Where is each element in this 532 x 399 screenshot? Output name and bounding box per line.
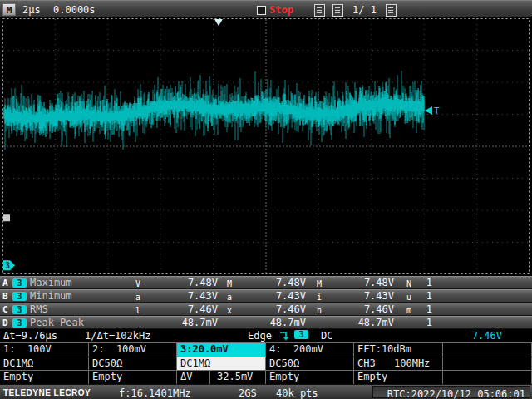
measure-min: 7.46V: [334, 304, 394, 315]
measure-value: 7.46V: [158, 304, 218, 315]
measure-min: 7.43V: [334, 291, 394, 302]
ch4-descriptor[interactable]: 4: 200mV: [266, 343, 354, 357]
fft-source[interactable]: CH3 100MHz: [354, 357, 443, 371]
falling-edge-icon: [279, 330, 291, 342]
ch3-descriptor[interactable]: 3:20.0mV: [177, 343, 266, 357]
measure-min: 7.48V: [334, 278, 394, 288]
measure-max: 48.7mV: [246, 318, 306, 328]
source-badge: 3: [12, 292, 27, 301]
measure-num: 1: [389, 318, 432, 328]
col-header-letter: M: [317, 278, 322, 289]
col-header-letter: a: [135, 292, 140, 303]
col-header-letter: M: [227, 278, 232, 289]
ch3-zero-label: 3: [5, 261, 10, 270]
trigger-summary-bar: Δt=9.76µs 1/Δt=102kHz Edge 3 DC 7.46V: [0, 329, 532, 342]
col-header-letter: i: [317, 292, 322, 303]
brand-logo: TELEDYNE LECROY: [3, 388, 91, 397]
status-bar: TELEDYNE LECROY f:16.1401MHz 2GS 40k pts…: [0, 384, 532, 399]
col-header-letter: V: [135, 278, 140, 289]
measure-label: RMS: [30, 304, 48, 315]
measure-label: Minimum: [30, 291, 72, 302]
cursor-inv-delta-t: 1/Δt=102kHz: [85, 330, 150, 342]
ch2-extra[interactable]: Empty: [89, 371, 177, 385]
ch3-delta-v[interactable]: ΔV 32.5mV: [177, 371, 266, 385]
empty-cell: [443, 371, 532, 385]
measure-label: Maximum: [30, 278, 72, 288]
ch1-coupling[interactable]: DC1MΩ: [0, 357, 89, 371]
clipboard-icon[interactable]: [386, 4, 397, 17]
measure-value: 48.7mV: [158, 318, 218, 328]
cursor-delta-t: Δt=9.76µs: [3, 330, 57, 342]
trigger-type[interactable]: Edge: [248, 330, 272, 342]
measure-max: 7.43V: [246, 291, 306, 302]
measure-value: 7.43V: [158, 291, 218, 302]
acquisition-status: Stop: [269, 4, 293, 16]
sample-rate: 2GS: [239, 387, 257, 399]
ch4-coupling[interactable]: DC50Ω: [266, 357, 354, 371]
trigger-level-value[interactable]: 7.46V: [449, 330, 502, 342]
fft-bandwidth: 100MHz: [387, 357, 430, 370]
measure-id: C: [2, 304, 8, 315]
measure-max: 7.46V: [246, 304, 306, 315]
oscilloscope-screen: M 2µs 0.0000s Stop 1/ 1 T3 A 3 Maximum V…: [0, 0, 532, 399]
trigger-frequency: f:16.1401MHz: [119, 387, 191, 399]
channel-descriptor-grid: 1: 100V 2: 100mV 3:20.0mV 4: 200mV FFT:1…: [0, 342, 532, 384]
measure-max: 7.48V: [246, 278, 306, 288]
segment-counter: 1/ 1: [352, 4, 377, 16]
measure-min: 48.7mV: [334, 318, 394, 328]
empty-descriptor: [443, 343, 532, 357]
measure-value: 7.48V: [158, 278, 218, 288]
col-header-letter: n: [317, 305, 322, 316]
graticule: T3: [2, 18, 530, 274]
delta-v-value: 32.5mV: [210, 371, 253, 384]
fft-descriptor[interactable]: FFT:10dBm: [354, 343, 443, 357]
timebase-marker-button[interactable]: M: [2, 3, 16, 16]
trigger-level-marker[interactable]: [425, 106, 432, 115]
aux-position-marker[interactable]: [3, 214, 10, 221]
measurement-row-d: D 3 Peak-Peak 48.7mV 48.7mV 48.7mV 1: [0, 316, 532, 329]
ch3-coupling[interactable]: DC1MΩ: [177, 357, 266, 371]
fft-source-channel: CH3: [354, 357, 387, 370]
rtc-clock: RTC:2022/10/12 05:06:01: [372, 386, 530, 398]
measurement-table: A 3 Maximum V 7.48V M 7.48V M 7.48V N 1 …: [0, 276, 532, 329]
trigger-position-marker[interactable]: [214, 19, 223, 26]
trigger-coupling[interactable]: DC: [321, 330, 332, 342]
delta-v-label: ΔV: [177, 371, 210, 384]
top-bar: M 2µs 0.0000s Stop 1/ 1: [0, 0, 532, 18]
source-badge: 3: [12, 278, 27, 288]
ch1-extra[interactable]: Empty: [0, 371, 89, 385]
measurement-row-b: B 3 Minimum a 7.43V a 7.43V i 7.43V u 1: [0, 289, 532, 303]
ch1-descriptor[interactable]: 1: 100V: [0, 343, 89, 357]
trigger-source-badge[interactable]: 3: [294, 330, 308, 339]
measurement-row-a: A 3 Maximum V 7.48V M 7.48V M 7.48V N 1: [0, 276, 532, 289]
stop-square-icon: [257, 6, 266, 15]
record-length: 40k pts: [276, 387, 318, 399]
col-header-letter: l: [135, 305, 140, 316]
ch2-descriptor[interactable]: 2: 100mV: [89, 343, 177, 357]
trigger-delay-value: 0.0000s: [53, 4, 96, 16]
empty-cell: [443, 357, 532, 371]
ch4-extra[interactable]: Empty: [266, 371, 354, 385]
measurement-row-c: C 3 RMS l 7.46V x 7.46V n 7.46V m 1: [0, 303, 532, 316]
source-badge: 3: [12, 305, 27, 314]
col-header-letter: a: [227, 292, 232, 303]
measure-num: 1: [389, 291, 432, 302]
documents-icon[interactable]: [332, 4, 343, 17]
measure-id: B: [2, 291, 8, 302]
document-icon[interactable]: [314, 4, 325, 17]
measure-num: 1: [389, 304, 432, 315]
timebase-value: 2µs: [22, 4, 41, 16]
measure-label: Peak-Peak: [30, 318, 84, 328]
fft-extra[interactable]: Empty: [354, 371, 443, 385]
source-badge: 3: [12, 318, 27, 328]
measure-num: 1: [389, 278, 432, 288]
measure-id: A: [2, 278, 8, 288]
ch2-coupling[interactable]: DC50Ω: [89, 357, 177, 371]
trigger-level-label: T: [434, 106, 440, 116]
col-header-letter: x: [227, 305, 232, 316]
measure-id: D: [2, 318, 8, 328]
